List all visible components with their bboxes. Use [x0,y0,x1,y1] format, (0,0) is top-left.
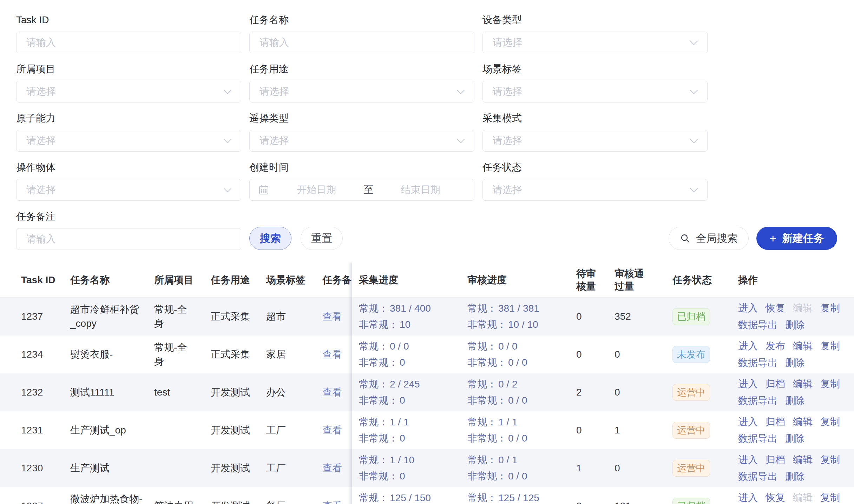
field-purpose: 任务用途 请选择 [249,63,474,102]
regular-prefix: 常规： [467,417,497,427]
search-button[interactable]: 搜索 [249,227,291,250]
task-name-input[interactable] [249,32,474,53]
cell-scene: 工厂 [266,461,322,475]
table-row: 1231 生产测试_op 开发测试 工厂 查看 常规：1 / 1 非常规：0 常… [0,411,854,449]
action-delete[interactable]: 删除 [785,392,805,409]
action-restore[interactable]: 恢复 [766,489,785,504]
action-export[interactable]: 数据导出 [738,392,777,409]
irregular-prefix: 非常规： [359,357,398,368]
header-task-name: 任务名称 [70,274,154,286]
header-approved: 审核通过量 [615,267,672,293]
action-delete[interactable]: 删除 [785,468,805,485]
chevron-down-icon [457,135,465,144]
action-archive[interactable]: 归档 [766,451,785,468]
cell-purpose: 开发测试 [211,385,266,399]
irregular-prefix: 非常规： [467,471,507,482]
action-edit[interactable]: 编辑 [793,489,813,504]
project-select[interactable]: 请选择 [16,81,241,102]
atomic-ability-select[interactable]: 请选择 [16,130,241,152]
view-remark-link[interactable]: 查看 [322,349,342,360]
action-enter[interactable]: 进入 [738,489,758,504]
create-time-range-picker[interactable]: 开始日期 至 结束日期 [249,179,474,201]
chevron-down-icon [690,86,698,94]
cell-collect-progress: 常规：1 / 10 非常规：0 [352,452,467,484]
field-object: 操作物体 请选择 [16,161,241,201]
action-edit[interactable]: 编辑 [793,376,813,392]
action-archive[interactable]: 归档 [766,376,785,392]
action-export[interactable]: 数据导出 [738,468,777,485]
action-edit[interactable]: 编辑 [793,413,813,430]
cell-task-name: 测试11111 [70,385,154,399]
action-export[interactable]: 数据导出 [738,430,777,447]
end-date-placeholder[interactable]: 结束日期 [376,183,466,197]
status-select[interactable]: 请选择 [482,179,708,201]
cell-purpose: 开发测试 [211,423,266,437]
cell-pending-count: 0 [576,347,615,362]
start-date-placeholder[interactable]: 开始日期 [271,183,362,197]
field-teleop-type: 遥操类型 请选择 [249,112,474,152]
table-row: 1234 熨烫衣服- 常规-全身 正式采集 家居 查看 常规：0 / 0 非常规… [0,336,854,373]
action-edit[interactable]: 编辑 [793,300,813,317]
reset-button[interactable]: 重置 [301,227,343,250]
action-copy[interactable]: 复制 [820,300,840,317]
action-archive[interactable]: 归档 [766,413,785,430]
global-search-button[interactable]: 全局搜索 [669,227,749,250]
action-restore[interactable]: 恢复 [766,300,785,317]
object-label: 操作物体 [16,161,241,173]
action-publish[interactable]: 发布 [766,338,785,354]
device-type-select[interactable]: 请选择 [482,32,708,53]
view-remark-link[interactable]: 查看 [322,425,342,436]
action-delete[interactable]: 删除 [785,317,805,333]
cell-collect-progress: 常规：0 / 0 非常规：0 [352,338,467,371]
action-export[interactable]: 数据导出 [738,317,777,333]
review-regular-value: 0 / 1 [498,455,517,465]
task-id-input[interactable] [16,32,241,53]
header-pending: 待审核量 [576,267,615,293]
teleop-type-select[interactable]: 请选择 [249,130,474,152]
task-name-label: 任务名称 [249,14,474,26]
action-copy[interactable]: 复制 [820,338,840,354]
action-delete[interactable]: 删除 [785,430,805,447]
action-copy[interactable]: 复制 [820,451,840,468]
view-remark-link[interactable]: 查看 [322,500,342,504]
action-enter[interactable]: 进入 [738,413,758,430]
purpose-select[interactable]: 请选择 [249,81,474,102]
chevron-down-icon [224,185,232,193]
action-enter[interactable]: 进入 [738,338,758,354]
review-regular-value: 1 / 1 [498,417,517,427]
calendar-icon [258,184,269,195]
status-badge: 已归档 [672,308,710,325]
action-export[interactable]: 数据导出 [738,354,777,371]
action-copy[interactable]: 复制 [820,489,840,504]
collect-mode-select[interactable]: 请选择 [482,130,708,152]
review-irregular-value: 10 / 10 [508,319,538,330]
view-remark-link[interactable]: 查看 [322,387,342,398]
irregular-prefix: 非常规： [467,395,507,406]
object-select[interactable]: 请选择 [16,179,241,201]
action-edit[interactable]: 编辑 [793,338,813,354]
action-enter[interactable]: 进入 [738,451,758,468]
action-edit[interactable]: 编辑 [793,451,813,468]
cell-task-id: 1231 [0,423,70,437]
cell-purpose: 开发测试 [211,499,266,504]
new-task-button[interactable]: + 新建任务 [756,227,837,250]
chevron-down-icon [457,86,465,94]
header-project: 所属项目 [154,274,211,286]
scene-tag-select[interactable]: 请选择 [482,81,708,102]
action-enter[interactable]: 进入 [738,376,758,392]
scene-tag-placeholder: 请选择 [493,85,522,98]
review-irregular-value: 0 / 0 [508,433,527,444]
action-delete[interactable]: 删除 [785,354,805,371]
view-remark-link[interactable]: 查看 [322,463,342,473]
view-remark-link[interactable]: 查看 [322,311,342,322]
action-copy[interactable]: 复制 [820,413,840,430]
remark-input[interactable] [16,228,241,250]
remark-label: 任务备注 [16,211,241,223]
new-task-label: 新建任务 [782,231,824,246]
collect-mode-label: 采集模式 [482,112,708,124]
cell-approved-count: 121 [615,499,672,504]
collect-regular-value: 1 / 1 [390,417,409,427]
cell-collect-progress: 常规：2 / 245 非常规：0 [352,376,467,409]
action-copy[interactable]: 复制 [820,376,840,392]
action-enter[interactable]: 进入 [738,300,758,317]
